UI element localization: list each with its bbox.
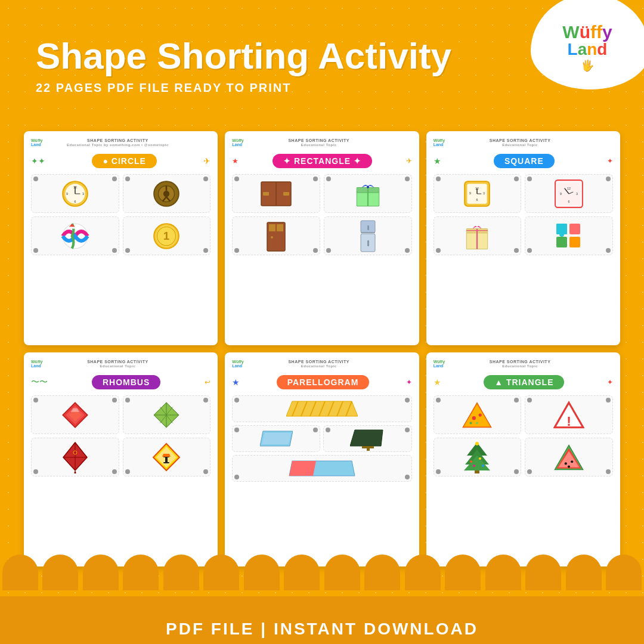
svg-point-109	[470, 460, 472, 463]
svg-text:12: 12	[567, 186, 571, 190]
svg-text:6: 6	[568, 199, 570, 203]
item-puzzle	[525, 216, 613, 255]
item-eraser	[232, 455, 411, 482]
rhombus-items	[31, 395, 210, 476]
svg-rect-107	[475, 470, 479, 473]
badge-triangle: ▲ TRIANGLE	[484, 375, 564, 389]
item-clock: 12 3 6 9	[31, 174, 119, 213]
item-warning-sign: !	[525, 395, 613, 434]
svg-text:9: 9	[66, 192, 68, 196]
pages-grid: Wüffy Land SHAPE SORTING ACTIVITYEducati…	[24, 131, 620, 566]
svg-point-31	[271, 236, 273, 239]
svg-point-112	[482, 465, 484, 467]
page-circle: Wüffy Land SHAPE SORTING ACTIVITYEducati…	[24, 131, 218, 345]
svg-text:3: 3	[576, 192, 578, 196]
svg-text:9: 9	[560, 192, 562, 196]
footer-bg: PDF FILE | INSTANT DOWNLOAD	[0, 596, 644, 644]
svg-text:!: !	[566, 413, 571, 428]
svg-point-116	[565, 462, 567, 465]
item-pillow	[232, 425, 320, 452]
badge-circle: ● CIRCLE	[92, 154, 156, 168]
svg-rect-29	[269, 224, 275, 231]
page-triangle: Wüffy Land SHAPE SORTING ACTIVITYEducati…	[426, 352, 620, 566]
item-square-wall-clock: 12 3 6 9	[525, 174, 613, 213]
item-cabinet	[232, 174, 320, 213]
page-rectangle: Wüffy Land SHAPE SORTING ACTIVITYEducati…	[225, 131, 419, 345]
item-gift	[324, 174, 412, 213]
svg-rect-61	[556, 237, 567, 247]
item-square-clock: 12 3 6 9	[434, 174, 522, 213]
svg-rect-22	[263, 192, 269, 196]
badge-parallelogram: PARELLOGRAM	[277, 375, 370, 389]
item-red-diamond	[31, 395, 119, 434]
svg-point-118	[568, 465, 570, 467]
square-items: 12 3 6 9 12 3 6	[434, 174, 613, 255]
svg-rect-92	[362, 446, 374, 448]
page-logo-triangle: Wüffy Land	[434, 360, 445, 368]
svg-rect-15	[67, 227, 77, 228]
main-title: Shape Shorting Activity	[36, 36, 451, 76]
svg-text:3: 3	[483, 191, 485, 195]
page-logo-rectangle: Wüffy Land	[232, 138, 243, 147]
svg-text:6: 6	[476, 198, 478, 202]
svg-point-111	[473, 465, 475, 467]
svg-text:1: 1	[163, 230, 169, 242]
svg-point-110	[479, 457, 481, 460]
item-watermelon	[525, 438, 613, 476]
svg-point-100	[476, 422, 478, 424]
footer: PDF FILE | INSTANT DOWNLOAD	[0, 572, 644, 644]
svg-point-108	[475, 442, 479, 445]
page-rhombus: Wüffy Land SHAPE SORTING ACTIVITYEducati…	[24, 352, 218, 566]
item-road-sign	[123, 438, 211, 476]
svg-point-101	[470, 422, 472, 424]
subtitle: 22 PAGES PDF FILE READY TO PRINT	[36, 81, 451, 95]
item-blackboard	[323, 425, 411, 452]
svg-text:9: 9	[470, 191, 472, 195]
svg-point-10	[163, 190, 169, 196]
item-coin: 1	[123, 216, 211, 255]
svg-rect-23	[283, 192, 289, 196]
svg-point-59	[559, 232, 564, 237]
badge-square: SQUARE	[494, 154, 555, 168]
item-beach-ball	[31, 216, 119, 255]
svg-rect-35	[367, 225, 369, 230]
svg-rect-60	[569, 224, 580, 234]
badge-rectangle: ✦ RECTANGLE ✦	[273, 154, 372, 168]
svg-marker-91	[350, 430, 383, 446]
item-steering-wheel	[123, 174, 211, 213]
svg-rect-36	[367, 240, 369, 246]
svg-rect-80	[163, 462, 169, 463]
svg-rect-62	[569, 237, 580, 247]
page-logo-rhombus: Wüffy Land	[31, 360, 42, 368]
svg-point-98	[472, 416, 476, 420]
rectangle-items	[232, 174, 411, 255]
scallop-decoration	[0, 555, 644, 590]
svg-point-117	[571, 460, 573, 463]
item-present-square	[434, 216, 522, 255]
item-pizza	[434, 395, 522, 434]
page-square: Wüffy Land SHAPE SORTING ACTIVITYEducati…	[426, 131, 620, 345]
page-logo-square: Wüffy Land	[434, 138, 445, 147]
item-christmas-tree	[434, 438, 522, 476]
svg-text:6: 6	[74, 199, 76, 203]
svg-rect-30	[277, 224, 283, 231]
item-fridge	[324, 216, 412, 255]
svg-marker-90	[262, 433, 291, 444]
item-ketupat	[123, 395, 211, 434]
svg-point-27	[367, 185, 369, 188]
footer-text: PDF FILE | INSTANT DOWNLOAD	[166, 620, 478, 639]
badge-rhombus: RHOMBUS	[92, 375, 160, 389]
page-logo-parallelogram: Wüffy Land	[232, 360, 243, 368]
svg-rect-79	[165, 457, 168, 462]
page-parallelogram: Wüffy Land SHAPE SORTING ACTIVITYEducati…	[225, 352, 419, 566]
brand-logo: Wüffy Land 🖐	[543, 12, 632, 83]
circle-items: 12 3 6 9	[31, 174, 210, 255]
svg-point-99	[479, 413, 482, 416]
item-kite	[31, 438, 119, 476]
svg-marker-95	[289, 461, 316, 476]
item-door	[232, 216, 320, 255]
svg-rect-93	[367, 448, 370, 451]
triangle-items: !	[434, 395, 613, 476]
item-striped-mat	[232, 395, 411, 422]
main-background: Wüffy Land 🖐 Shape Shorting Activity 22 …	[0, 0, 644, 644]
